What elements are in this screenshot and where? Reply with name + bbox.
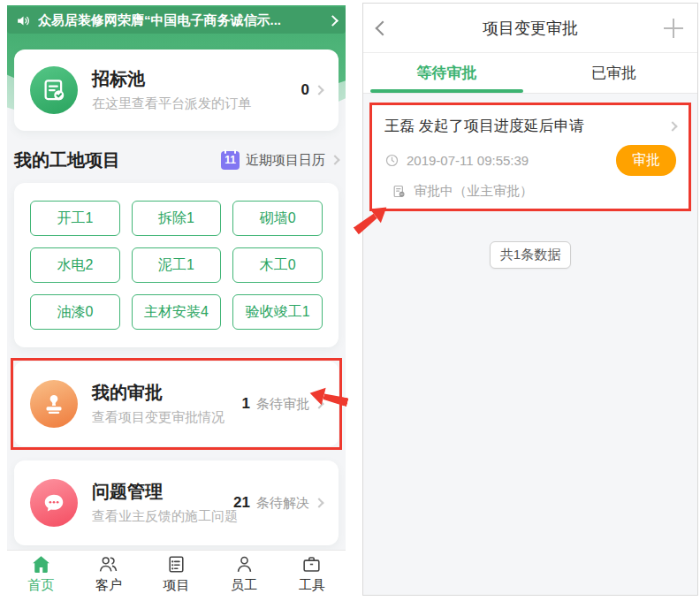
- tab-home[interactable]: 首页: [7, 551, 75, 596]
- stamp-icon: [30, 380, 78, 428]
- announcement-bar[interactable]: 众易居装修网荣膺“中国电子商务诚信示...: [7, 7, 346, 34]
- stage-filter-button[interactable]: 砌墙0: [232, 201, 323, 236]
- customers-icon: [97, 553, 119, 575]
- list-summary-badge: 共1条数据: [490, 241, 571, 269]
- tab-label: 客户: [95, 577, 122, 594]
- chevron-right-icon: [330, 155, 339, 164]
- projects-section-header: 我的工地项目 11 近期项目日历: [14, 145, 339, 175]
- stage-filter-button[interactable]: 木工0: [232, 247, 323, 283]
- approval-item-title: 王磊 发起了项目进度延后申请: [384, 116, 669, 136]
- announcement-text: 众易居装修网荣膺“中国电子商务诚信示...: [38, 12, 322, 29]
- bottom-tab-bar: 首页 客户 项目 员工: [7, 550, 346, 596]
- calendar-link-label: 近期项目日历: [246, 152, 325, 169]
- issue-count: 21: [233, 494, 250, 512]
- projects-icon: [165, 553, 187, 575]
- red-highlight-approval-item: 王磊 发起了项目进度延后申请 2019-07-11 09:55:39 审批: [369, 103, 691, 211]
- bid-pool-count: 0: [301, 81, 309, 99]
- issue-management-subtitle: 查看业主反馈的施工问题: [92, 508, 233, 525]
- stage-filter-button[interactable]: 水电2: [30, 247, 120, 283]
- issue-count-suffix: 条待解决: [256, 495, 309, 512]
- issue-management-card[interactable]: 问题管理 查看业主反馈的施工问题 21 条待解决: [14, 460, 339, 545]
- screenshot-canvas: 众易居装修网荣膺“中国电子商务诚信示... 招标池 在这里查看平台派发的订单 0…: [0, 0, 700, 601]
- chat-bubble-icon: [30, 479, 78, 527]
- calendar-icon: 11: [221, 151, 240, 170]
- tab-approved[interactable]: 已审批: [530, 53, 697, 93]
- approval-tabs: 等待审批 已审批: [363, 53, 697, 94]
- stage-filter-button[interactable]: 拆除1: [132, 201, 222, 236]
- speaker-icon: [16, 13, 31, 28]
- tab-label: 员工: [231, 577, 257, 594]
- tab-pending-approval[interactable]: 等待审批: [363, 53, 530, 93]
- approval-header: 项目变更审批: [363, 4, 697, 53]
- bid-document-icon: [30, 66, 78, 114]
- document-status-icon: [392, 184, 407, 199]
- clock-icon: [384, 153, 399, 168]
- chevron-right-icon: [314, 85, 323, 95]
- stage-filter-button[interactable]: 油漆0: [30, 294, 120, 330]
- chevron-right-icon: [327, 15, 339, 27]
- chevron-right-icon: [667, 121, 677, 131]
- my-approval-title: 我的审批: [92, 382, 224, 404]
- tab-customers[interactable]: 客户: [75, 551, 143, 596]
- calendar-day: 11: [224, 154, 236, 166]
- stage-filter-button[interactable]: 主材安装4: [132, 294, 222, 330]
- projects-section-title: 我的工地项目: [14, 148, 120, 172]
- toolbox-icon: [301, 553, 323, 575]
- issue-management-title: 问题管理: [92, 481, 233, 503]
- tab-label: 首页: [27, 577, 54, 594]
- approval-status-text: 审批中（业主审批）: [414, 183, 533, 200]
- tab-tools[interactable]: 工具: [278, 551, 346, 596]
- stage-filter-button[interactable]: 验收竣工1: [232, 294, 323, 330]
- stage-filter-button[interactable]: 泥工1: [132, 247, 222, 283]
- staff-icon: [233, 553, 255, 575]
- home-icon: [30, 553, 52, 575]
- bid-pool-card[interactable]: 招标池 在这里查看平台派发的订单 0: [14, 49, 339, 131]
- bid-pool-title: 招标池: [92, 68, 251, 90]
- home-screen: 众易居装修网荣膺“中国电子商务诚信示... 招标池 在这里查看平台派发的订单 0…: [7, 5, 346, 596]
- project-calendar-link[interactable]: 11 近期项目日历: [221, 151, 339, 170]
- tab-projects[interactable]: 项目: [142, 551, 210, 596]
- my-approval-subtitle: 查看项目变更审批情况: [92, 409, 224, 426]
- bid-pool-subtitle: 在这里查看平台派发的订单: [92, 95, 251, 112]
- my-approval-card[interactable]: 我的审批 查看项目变更审批情况 1 条待审批: [14, 361, 339, 446]
- approval-list-item[interactable]: 王磊 发起了项目进度延后申请 2019-07-11 09:55:39 审批: [372, 105, 689, 209]
- tab-staff[interactable]: 员工: [210, 551, 278, 596]
- approval-timestamp: 2019-07-11 09:55:39: [407, 153, 529, 168]
- my-approval-count-suffix: 条待审批: [256, 396, 309, 413]
- approve-button[interactable]: 审批: [616, 145, 676, 176]
- my-approval-count: 1: [242, 395, 250, 413]
- stage-filter-button[interactable]: 开工1: [30, 201, 120, 236]
- tab-label: 项目: [163, 577, 189, 594]
- plus-icon[interactable]: [664, 19, 683, 38]
- tab-label: 工具: [299, 577, 325, 594]
- approval-screen: 项目变更审批 等待审批 已审批 王磊 发起了项目进度延后申请 2: [362, 3, 698, 596]
- chevron-right-icon: [314, 498, 323, 507]
- approval-list: 王磊 发起了项目进度延后申请 2019-07-11 09:55:39 审批: [363, 94, 697, 595]
- page-title: 项目变更审批: [363, 18, 697, 39]
- stage-filter-grid: 开工1 拆除1 砌墙0 水电2 泥工1 木工0 油漆0 主材安装4 验收竣工1: [14, 183, 339, 347]
- red-highlight-my-approval: 我的审批 查看项目变更审批情况 1 条待审批: [11, 358, 342, 450]
